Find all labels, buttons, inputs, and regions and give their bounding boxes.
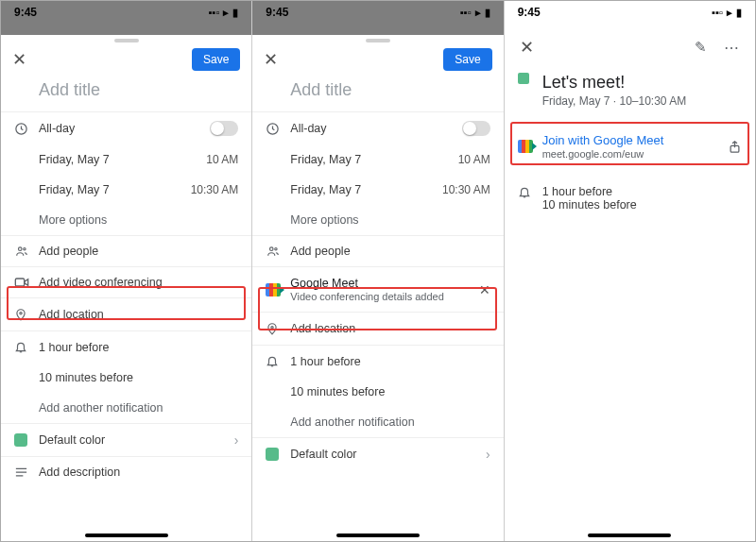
location-icon xyxy=(266,321,290,336)
add-people[interactable]: Add people xyxy=(1,236,251,266)
google-meet-row[interactable]: Google Meet Video conferencing details a… xyxy=(252,267,503,312)
allday-toggle[interactable] xyxy=(210,121,238,136)
video-icon xyxy=(14,277,39,288)
remove-meet-icon[interactable]: ✕ xyxy=(479,282,490,297)
save-button[interactable]: Save xyxy=(192,48,240,71)
join-url: meet.google.com/euw xyxy=(542,148,728,160)
people-icon xyxy=(14,245,39,258)
add-location[interactable]: Add location xyxy=(252,313,503,345)
event-header: Let's meet! Friday, May 7 · 10–10:30 AM xyxy=(505,67,755,116)
home-indicator xyxy=(336,534,420,537)
svg-point-6 xyxy=(270,247,274,251)
start-row[interactable]: Friday, May 710 AM xyxy=(1,144,251,175)
add-video-conferencing[interactable]: Add video conferencing xyxy=(1,267,251,297)
home-indicator xyxy=(85,534,168,537)
status-icons: ▪▪▫▸▮ xyxy=(712,7,742,19)
more-icon[interactable]: ⋯ xyxy=(724,39,740,57)
status-icons: ▪▪▫▸▮ xyxy=(460,7,490,19)
start-row[interactable]: Friday, May 710 AM xyxy=(252,144,503,175)
notif-row-1[interactable]: 1 hour before xyxy=(252,346,503,377)
bell-icon xyxy=(518,185,542,199)
more-options[interactable]: More options xyxy=(1,205,251,235)
edit-icon[interactable]: ✎ xyxy=(695,39,707,56)
join-meet-row[interactable]: Join with Google Meet meet.google.com/eu… xyxy=(505,124,755,169)
sheet-grabber[interactable] xyxy=(1,35,251,42)
status-bar: 9:45 ▪▪▫▸▮ xyxy=(505,1,755,24)
event-color-icon xyxy=(518,73,542,84)
status-time: 9:45 xyxy=(266,6,288,19)
color-row[interactable]: Default color › xyxy=(1,424,251,456)
title-input[interactable]: Add title xyxy=(1,75,251,111)
allday-row[interactable]: All-day xyxy=(1,112,251,144)
title-input[interactable]: Add title xyxy=(252,75,503,111)
clock-icon xyxy=(14,122,39,136)
status-time: 9:45 xyxy=(518,6,541,19)
status-bar: 9:45 ▪▪▫▸▮ xyxy=(252,1,503,24)
close-icon[interactable]: ✕ xyxy=(12,49,26,70)
svg-point-1 xyxy=(19,247,23,251)
add-notification[interactable]: Add another notification xyxy=(252,407,503,437)
save-button[interactable]: Save xyxy=(443,48,491,71)
notif-summary: 1 hour before 10 minutes before xyxy=(505,177,755,220)
google-meet-sub: Video conferencing details added xyxy=(290,291,478,302)
svg-point-2 xyxy=(24,248,26,250)
color-row[interactable]: Default color › xyxy=(252,438,503,470)
signal-icon: ▪▪▫ xyxy=(209,7,220,18)
allday-row[interactable]: All-day xyxy=(252,112,503,144)
chevron-right-icon: › xyxy=(234,432,239,448)
people-icon xyxy=(266,245,290,258)
color-swatch-icon xyxy=(266,448,290,461)
add-people[interactable]: Add people xyxy=(252,236,503,266)
location-icon xyxy=(14,307,39,322)
status-time: 9:45 xyxy=(14,6,37,19)
svg-rect-3 xyxy=(15,279,24,286)
google-meet-icon xyxy=(518,140,542,153)
svg-point-7 xyxy=(275,248,277,250)
notif-row-1[interactable]: 1 hour before xyxy=(1,331,251,363)
add-notification[interactable]: Add another notification xyxy=(1,393,251,423)
end-row[interactable]: Friday, May 710:30 AM xyxy=(252,175,503,205)
google-meet-title: Google Meet xyxy=(290,277,478,290)
wifi-icon: ▸ xyxy=(223,7,229,19)
color-swatch-icon xyxy=(14,433,39,447)
description-icon xyxy=(14,466,39,478)
svg-point-8 xyxy=(271,327,273,329)
add-location[interactable]: Add location xyxy=(1,298,251,330)
share-icon[interactable] xyxy=(728,139,742,155)
status-icons: ▪▪▫ ▸ ▮ xyxy=(209,7,239,19)
chevron-right-icon: › xyxy=(486,447,490,462)
event-title: Let's meet! xyxy=(542,73,742,93)
notif-row-2[interactable]: 10 minutes before xyxy=(1,363,251,393)
more-options[interactable]: More options xyxy=(252,205,503,235)
close-icon[interactable]: ✕ xyxy=(520,37,534,58)
event-when: Friday, May 7 · 10–10:30 AM xyxy=(542,94,742,108)
join-link[interactable]: Join with Google Meet xyxy=(542,133,728,147)
bell-icon xyxy=(266,354,290,368)
battery-icon: ▮ xyxy=(232,7,238,19)
svg-point-4 xyxy=(20,313,22,314)
home-indicator xyxy=(588,534,671,537)
bell-icon xyxy=(14,340,39,354)
close-icon[interactable]: ✕ xyxy=(264,49,278,70)
end-row[interactable]: Friday, May 710:30 AM xyxy=(1,175,251,205)
google-meet-icon xyxy=(266,283,290,296)
notif-row-2[interactable]: 10 minutes before xyxy=(252,377,503,407)
sheet-grabber[interactable] xyxy=(252,35,503,42)
clock-icon xyxy=(266,122,290,136)
allday-toggle[interactable] xyxy=(462,121,490,136)
status-bar: 9:45 ▪▪▫ ▸ ▮ xyxy=(1,1,251,24)
add-description[interactable]: Add description xyxy=(1,457,251,487)
